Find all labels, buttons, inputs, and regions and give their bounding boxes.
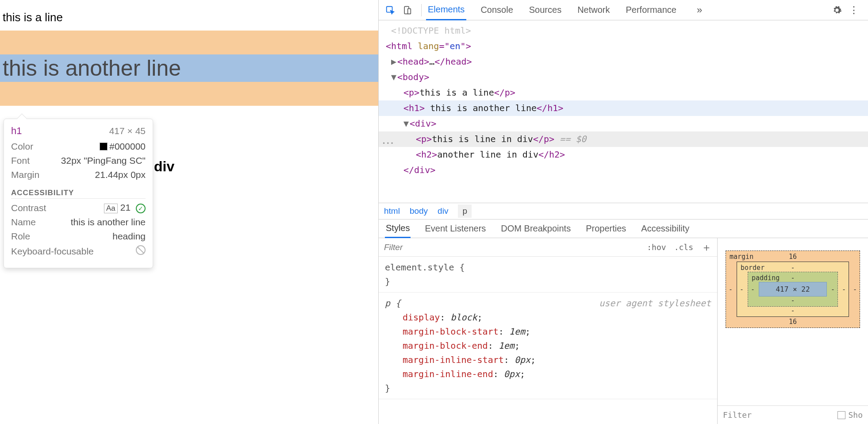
tree-div-close[interactable]: </div> <box>403 165 435 175</box>
show-all-checkbox[interactable] <box>837 411 845 419</box>
elements-tree[interactable]: <!DOCTYPE html> <html lang="en"> ▶<head>… <box>379 20 868 203</box>
margin-right-value[interactable]: - <box>853 285 857 293</box>
a11y-role-value: heading <box>112 231 146 242</box>
tooltip-margin-value: 21.44px 0px <box>95 170 146 180</box>
crumb-body[interactable]: body <box>410 206 428 216</box>
tree-html-open[interactable]: <html lang="en"> <box>386 41 471 51</box>
margin-bottom-value[interactable]: 16 <box>789 318 797 326</box>
tab-performance[interactable]: Performance <box>624 0 679 19</box>
tree-h1-row[interactable]: <h1> this is another line</h1> <box>379 100 868 116</box>
a11y-contrast-value: Aa21 ✓ <box>104 202 146 213</box>
hov-toggle[interactable]: :hov <box>647 243 666 252</box>
tree-div[interactable]: <div> <box>410 118 436 129</box>
a11y-kbd-label: Keyboard-focusable <box>11 246 94 257</box>
color-swatch-icon <box>100 143 108 150</box>
svg-rect-2 <box>408 8 411 14</box>
crumb-html[interactable]: html <box>384 206 400 216</box>
margin-top-value[interactable]: 16 <box>789 253 797 261</box>
tooltip-tag-name: h1 <box>11 125 22 137</box>
cls-toggle[interactable]: .cls <box>674 243 693 252</box>
heading-h1: this is another line <box>3 55 376 81</box>
tooltip-a11y-header: ACCESSIBILITY <box>11 189 146 199</box>
tooltip-font-label: Font <box>11 155 30 166</box>
subtab-styles[interactable]: Styles <box>385 220 411 238</box>
styles-panel: :hov .cls ＋ element.style { } user agent… <box>379 238 718 424</box>
tree-body[interactable]: <body> <box>397 72 429 82</box>
new-style-rule-icon[interactable]: ＋ <box>701 240 712 254</box>
tab-console[interactable]: Console <box>479 0 515 19</box>
subtab-dom-breakpoints[interactable]: DOM Breakpoints <box>500 220 572 237</box>
tooltip-font-value: 32px "PingFang SC" <box>61 155 146 166</box>
kebab-menu-icon[interactable]: ⋮ <box>847 3 861 17</box>
expand-arrow-icon[interactable]: ▶ <box>391 54 396 69</box>
device-toggle-icon[interactable] <box>400 3 414 17</box>
box-model-content-size[interactable]: 417 × 22 <box>759 282 827 297</box>
not-focusable-icon <box>136 245 146 255</box>
rule-origin: user agent stylesheet <box>599 296 711 310</box>
paragraph-line-1: this is a line <box>3 11 376 24</box>
user-agent-rule-block[interactable]: user agent stylesheet p { display: block… <box>379 293 717 399</box>
a11y-name-label: Name <box>11 217 36 227</box>
tree-h2-text[interactable]: another line in div <box>437 149 538 160</box>
computed-filter-label[interactable]: Filter <box>723 410 752 420</box>
subtab-event-listeners[interactable]: Event Listeners <box>424 220 487 237</box>
tabs-overflow-icon[interactable]: » <box>697 4 702 16</box>
a11y-role-label: Role <box>11 231 30 242</box>
tree-selected-p-row[interactable]: <p>this is line in div</p> == $0 <box>379 131 868 147</box>
tooltip-dimensions: 417 × 45 <box>109 126 146 136</box>
devtools-panel: Elements Console Sources Network Perform… <box>378 0 868 424</box>
show-all-label: Sho <box>848 410 863 420</box>
subtab-properties[interactable]: Properties <box>585 220 627 237</box>
page-viewport: this is a line this is another line div … <box>0 0 378 424</box>
crumb-p[interactable]: p <box>458 204 472 218</box>
element-style-block[interactable]: element.style { } <box>379 257 717 293</box>
box-model-margin[interactable]: margin 16 16 - - border - - - - padding … <box>726 251 860 328</box>
box-model-panel: margin 16 16 - - border - - - - padding … <box>718 238 868 424</box>
subtab-accessibility[interactable]: Accessibility <box>640 220 690 237</box>
box-model-padding[interactable]: padding - - - - 417 × 22 <box>748 272 838 307</box>
highlight-content-overlay: this is another line <box>0 54 378 82</box>
tree-doctype[interactable]: <!DOCTYPE html> <box>391 25 471 36</box>
tab-network[interactable]: Network <box>576 0 611 19</box>
inspect-element-icon[interactable] <box>383 3 397 17</box>
a11y-name-value: this is another line <box>71 217 146 227</box>
collapse-arrow-icon[interactable]: ▼ <box>403 116 409 131</box>
devtools-toolbar: Elements Console Sources Network Perform… <box>379 0 868 20</box>
tree-p1-text[interactable]: this is a line <box>419 87 494 98</box>
crumb-div[interactable]: div <box>438 206 448 216</box>
styles-filter-input[interactable] <box>384 243 639 252</box>
tooltip-margin-label: Margin <box>11 170 39 180</box>
tooltip-color-value: #000000 <box>100 141 146 152</box>
tree-head[interactable]: <head> <box>397 56 429 67</box>
gear-icon[interactable] <box>830 3 844 17</box>
styles-subtabs: Styles Event Listeners DOM Breakpoints P… <box>379 220 868 238</box>
contrast-aa-icon: Aa <box>104 204 118 213</box>
tab-elements[interactable]: Elements <box>426 0 466 20</box>
a11y-contrast-label: Contrast <box>11 203 46 213</box>
h2-fragment-behind-tooltip: div <box>154 158 174 175</box>
tab-sources[interactable]: Sources <box>527 0 563 19</box>
devtools-tabs: Elements Console Sources Network Perform… <box>426 0 702 20</box>
check-icon: ✓ <box>136 204 146 213</box>
elements-breadcrumb: html body div p <box>379 203 868 220</box>
inspect-tooltip: h1 417 × 45 Color #000000 Font 32px "Pin… <box>4 119 153 268</box>
box-model-border[interactable]: border - - - - padding - - - - 417 × 22 <box>737 262 849 317</box>
collapse-arrow-icon[interactable]: ▼ <box>391 69 396 85</box>
highlight-margin-overlay: this is another line <box>0 31 378 106</box>
margin-left-value[interactable]: - <box>729 285 733 293</box>
tooltip-color-label: Color <box>11 141 33 152</box>
